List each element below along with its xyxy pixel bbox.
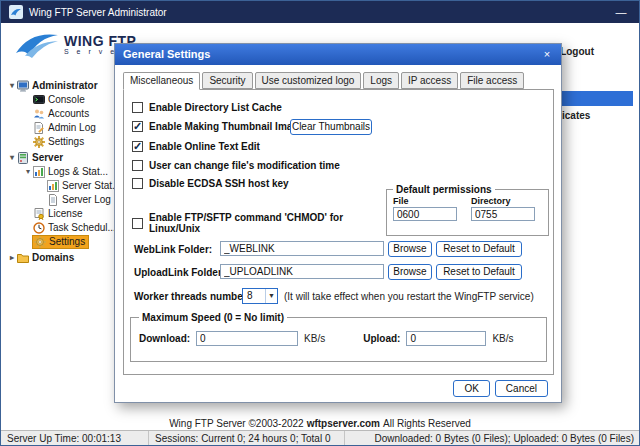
- checkbox-label: User can change file's modification time: [149, 160, 340, 171]
- checkbox-label: Enable FTP/SFTP command 'CHMOD' for Linu…: [149, 212, 382, 234]
- sidebar-item-server-settings[interactable]: Settings: [7, 235, 119, 248]
- sidebar-item-label: Settings: [48, 136, 84, 147]
- sidebar-item-label: Server: [32, 152, 63, 163]
- download-label: Download:: [139, 333, 190, 344]
- administrator-icon: [17, 80, 29, 92]
- sidebar-item-label: Server Stat...: [62, 180, 120, 191]
- sidebar-item-label: Logs & Stat...: [48, 166, 108, 177]
- chevron-down-icon: ▼: [265, 289, 277, 303]
- ok-button[interactable]: OK: [453, 380, 489, 397]
- sidebar-item-label: Settings: [49, 236, 85, 247]
- sidebar-item-label: Admin Log: [48, 122, 96, 133]
- sidebar-item-console[interactable]: Console: [7, 93, 119, 106]
- checkbox-row-mod-time: User can change file's modification time: [132, 160, 340, 171]
- tab-logs[interactable]: Logs: [363, 72, 399, 89]
- footer-prefix: Wing FTP Server ©2003-2022: [169, 418, 303, 429]
- uploadlink-folder-input[interactable]: [220, 264, 384, 279]
- checkbox[interactable]: [132, 178, 143, 189]
- tab-miscellaneous[interactable]: Miscellaneous: [123, 72, 200, 90]
- directory-permission-input[interactable]: [471, 207, 535, 221]
- checkbox[interactable]: [132, 160, 143, 171]
- window-titlebar: Wing FTP Server Administrator —: [1, 1, 639, 23]
- checkbox-label: Enable Making Thumbnail Images: [149, 121, 310, 132]
- weblink-folder-input[interactable]: [220, 241, 384, 256]
- checkbox[interactable]: [132, 141, 143, 152]
- tab-ip-access[interactable]: IP access: [401, 72, 458, 89]
- tab-file-access[interactable]: File access: [460, 72, 524, 89]
- expand-arrow-icon[interactable]: ▾: [23, 167, 33, 176]
- cancel-button[interactable]: Cancel: [495, 380, 548, 397]
- sidebar-item-label: Server Log: [62, 194, 111, 205]
- server-log-icon: [47, 194, 59, 206]
- sidebar-item-server-log[interactable]: Server Log: [7, 193, 119, 206]
- dialog-actions: OK Cancel: [453, 380, 548, 397]
- clear-thumbnails-button[interactable]: Clear Thumbnails: [290, 119, 372, 135]
- sidebar-item-server[interactable]: ▾ Server: [7, 151, 119, 164]
- status-transfer: Downloaded: 0 Bytes (0 Files); Uploaded:…: [368, 431, 639, 445]
- checkbox-row-online-edit: Enable Online Text Edit: [132, 141, 260, 152]
- sidebar-item-logs-stats[interactable]: ▾ Logs & Stat...: [7, 165, 119, 178]
- status-sessions: Sessions: Current 0; 24 hours 0; Total 0: [149, 431, 345, 445]
- navigation-tree: ▾ Administrator Console Accounts Admin L…: [7, 79, 119, 265]
- sidebar-item-label: Administrator: [32, 80, 98, 91]
- sidebar-item-admin-settings[interactable]: Settings: [7, 135, 119, 148]
- checkbox-row-ecdsa: Disable ECDSA SSH host key: [132, 178, 289, 189]
- logs-stats-icon: [33, 166, 45, 178]
- domains-icon: [17, 252, 29, 264]
- directory-permission-label: Directory: [471, 196, 535, 206]
- checkbox[interactable]: [132, 102, 143, 113]
- app-window: Wing FTP Server Administrator — WING FTP…: [0, 0, 640, 446]
- footer-link[interactable]: wftpserver.com: [307, 418, 380, 429]
- upload-speed-input[interactable]: [406, 331, 486, 346]
- sidebar-item-server-stats[interactable]: Server Stat...: [7, 179, 119, 192]
- admin-log-icon: [33, 122, 45, 134]
- server-stats-icon: [47, 180, 59, 192]
- expand-arrow-icon[interactable]: ▾: [7, 153, 17, 162]
- sidebar-item-admin-log[interactable]: Admin Log: [7, 121, 119, 134]
- sidebar-item-label: Accounts: [48, 108, 89, 119]
- checkbox[interactable]: [132, 218, 143, 229]
- worker-threads-value: 8: [243, 289, 265, 303]
- status-uptime: Server Up Time: 00:01:13: [1, 431, 149, 445]
- selected-item-highlight: Settings: [33, 236, 88, 248]
- license-icon: [33, 208, 45, 220]
- sidebar-item-task-scheduler[interactable]: Task Schedul...: [7, 221, 119, 234]
- file-permission-label: File: [393, 196, 457, 206]
- sidebar-item-administrator[interactable]: ▾ Administrator: [7, 79, 119, 92]
- group-legend: Maximum Speed (0 = No limit): [139, 312, 287, 323]
- tab-security[interactable]: Security: [202, 72, 252, 89]
- tab-customized-logo[interactable]: Use customized logo: [255, 72, 362, 89]
- checkbox-row-dir-cache: Enable Directory List Cache: [132, 102, 282, 113]
- worker-threads-note: (It will take effect when you restart th…: [284, 291, 534, 302]
- checkbox-row-thumbnails: Enable Making Thumbnail Images: [132, 121, 310, 132]
- group-legend: Default permissions: [393, 184, 495, 195]
- general-settings-dialog: General Settings × Miscellaneous Securit…: [114, 43, 562, 403]
- accounts-icon: [33, 108, 45, 120]
- file-permission-input[interactable]: [393, 207, 457, 221]
- weblink-browse-button[interactable]: Browse: [388, 241, 432, 257]
- sidebar-item-label: Console: [48, 94, 85, 105]
- logo-swoosh-icon: [14, 29, 60, 59]
- uploadlink-folder-label: UploadLink Folder:: [134, 267, 225, 278]
- download-unit: KB/s: [304, 333, 325, 344]
- expand-arrow-icon[interactable]: ▾: [7, 81, 17, 90]
- server-icon: [17, 152, 29, 164]
- sidebar-item-label: License: [48, 208, 82, 219]
- minimize-button[interactable]: —: [611, 6, 631, 18]
- weblink-reset-button[interactable]: Reset to Default: [436, 241, 522, 257]
- upload-label: Upload:: [363, 333, 400, 344]
- checkbox-row-chmod: Enable FTP/SFTP command 'CHMOD' for Linu…: [132, 212, 382, 234]
- collapse-arrow-icon[interactable]: ▸: [7, 253, 17, 262]
- worker-threads-select[interactable]: 8 ▼: [242, 288, 278, 304]
- close-icon[interactable]: ×: [539, 47, 555, 62]
- sidebar-item-license[interactable]: License: [7, 207, 119, 220]
- uploadlink-reset-button[interactable]: Reset to Default: [436, 264, 522, 280]
- uploadlink-browse-button[interactable]: Browse: [388, 264, 432, 280]
- settings-gear-icon: [34, 236, 46, 248]
- status-bar: Server Up Time: 00:01:13 Sessions: Curre…: [1, 430, 639, 445]
- checkbox[interactable]: [132, 121, 143, 132]
- sidebar-item-domains[interactable]: ▸ Domains: [7, 251, 119, 264]
- download-speed-input[interactable]: [196, 331, 298, 346]
- task-scheduler-icon: [33, 222, 45, 234]
- sidebar-item-accounts[interactable]: Accounts: [7, 107, 119, 120]
